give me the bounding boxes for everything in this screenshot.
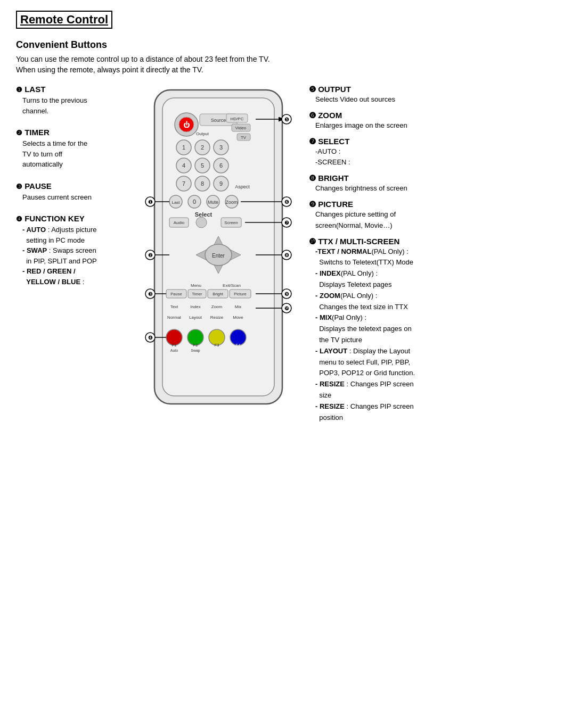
svg-text:Resize: Resize [210,315,224,320]
btn-title-pause: ❸ PAUSE [16,181,128,191]
svg-text:TV: TV [241,135,247,140]
button-item-function: ❹ FUNCTION KEY - AUTO : Adjusts picture … [16,214,128,287]
num-last: ❶ [16,86,22,94]
svg-text:Enter: Enter [212,253,225,259]
right-desc-picture: Changes picture setting ofscreen(Normal,… [315,209,572,231]
svg-text:❹: ❹ [148,335,153,341]
right-title-ttx: ❿ TTX / MULTI-SCREEN [309,237,572,246]
right-desc-zoom: Enlarges image on the screen [315,120,572,131]
right-desc-output: Selects Video out sources [315,94,572,105]
num-pause: ❸ [16,183,22,191]
svg-text:Screen: Screen [224,220,238,225]
svg-point-46 [196,217,207,228]
svg-text:Mute: Mute [208,200,218,205]
svg-text:F1: F1 [172,343,177,348]
svg-text:Swap: Swap [191,349,200,353]
svg-text:Index: Index [190,304,201,309]
intro-line-1: You can use the remote control up to a d… [16,55,572,63]
right-title-zoom: ❻ ZOOM [309,111,572,120]
svg-text:1: 1 [182,144,185,151]
page-title: Remote Control [16,11,112,29]
button-item-last: ❶ LAST Turns to the previouschannel. [16,85,128,116]
svg-text:5: 5 [201,162,204,169]
svg-text:Zoom: Zoom [225,200,238,205]
desc-pause: Pauses current screen [22,192,128,203]
svg-text:F4: F4 [236,343,241,348]
svg-text:7: 7 [182,180,185,187]
svg-text:Menu: Menu [191,283,201,288]
svg-text:Zoom: Zoom [211,304,223,309]
svg-text:Audio: Audio [174,220,185,225]
desc-function: - AUTO : Adjusts picture setting in PC m… [22,225,128,287]
label-timer: TIMER [24,128,50,137]
right-column: ❺ OUTPUT Selects Video out sources ❻ ZOO… [304,85,572,428]
desc-timer: Selects a time for theTV to turn offauto… [22,138,128,170]
btn-title-function: ❹ FUNCTION KEY [16,214,128,223]
svg-text:Mix: Mix [235,304,241,309]
svg-text:Move: Move [233,315,243,320]
svg-text:0: 0 [193,198,196,205]
right-title-select: ❼ SELECT [309,137,572,146]
svg-text:Picture: Picture [234,292,246,296]
remote-image-area: ⏻ Source Output HD/PC Video TV 1 2 [133,85,304,428]
svg-text:❽: ❽ [284,252,289,258]
right-item-select: ❼ SELECT -AUTO : -SCREEN : [309,137,572,169]
right-desc-bright: Changes brightness of screen [315,183,572,194]
svg-text:3: 3 [219,144,223,151]
svg-text:Video: Video [235,126,247,130]
svg-text:8: 8 [201,180,204,187]
svg-text:❾: ❾ [284,291,289,297]
svg-text:❸: ❸ [148,291,153,297]
svg-text:Last: Last [172,200,180,205]
svg-text:Layout: Layout [189,315,202,320]
right-title-bright: ❽ BRIGHT [309,173,572,183]
right-title-output: ❺ OUTPUT [309,85,572,94]
desc-last: Turns to the previouschannel. [22,95,128,116]
svg-text:F3: F3 [215,343,219,348]
right-item-bright: ❽ BRIGHT Changes brightness of screen [309,173,572,194]
svg-text:9: 9 [219,180,223,187]
svg-text:Normal: Normal [167,315,181,320]
right-item-ttx: ❿ TTX / MULTI-SCREEN -TEXT / NORMAL(PAL … [309,237,572,424]
svg-text:2: 2 [201,144,204,151]
intro-line-2: When using the remote, always point it d… [16,65,572,74]
svg-text:4: 4 [182,162,185,169]
right-title-picture: ❾ PICTURE [309,200,572,209]
svg-text:Bright: Bright [213,292,224,296]
svg-text:❿: ❿ [284,305,289,311]
svg-text:❶: ❶ [148,199,153,205]
button-item-pause: ❸ PAUSE Pauses current screen [16,181,128,203]
num-timer: ❷ [16,129,22,137]
svg-text:❷: ❷ [148,252,153,258]
right-desc-ttx: -TEXT / NORMAL(PAL Only) : Switchs to Te… [315,246,572,424]
remote-svg: ⏻ Source Output HD/PC Video TV 1 2 [138,85,298,415]
btn-title-last: ❶ LAST [16,85,128,94]
svg-text:❻: ❻ [284,199,289,205]
svg-text:6: 6 [219,162,223,169]
right-item-picture: ❾ PICTURE Changes picture setting ofscre… [309,200,572,231]
svg-text:Auto: Auto [170,349,178,352]
left-column: ❶ LAST Turns to the previouschannel. ❷ T… [16,85,133,428]
remote-control: ⏻ Source Output HD/PC Video TV 1 2 [138,85,298,417]
button-item-timer: ❷ TIMER Selects a time for theTV to turn… [16,128,128,170]
btn-title-timer: ❷ TIMER [16,128,128,137]
right-desc-select: -AUTO : -SCREEN : [315,146,572,169]
svg-text:❼: ❼ [284,220,289,226]
label-last: LAST [24,85,45,94]
right-item-output: ❺ OUTPUT Selects Video out sources [309,85,572,105]
right-item-zoom: ❻ ZOOM Enlarges image on the screen [309,111,572,131]
svg-text:Exit/Scan: Exit/Scan [223,283,241,288]
svg-text:Aspect: Aspect [235,184,250,189]
label-pause: PAUSE [24,181,52,191]
svg-text:Pause: Pause [170,292,182,296]
svg-text:Output: Output [196,131,209,136]
svg-text:Timer: Timer [192,292,202,296]
svg-text:❺: ❺ [284,117,289,122]
svg-text:F2: F2 [193,343,198,348]
svg-text:Text: Text [170,304,178,309]
svg-text:Source: Source [211,118,226,123]
label-function: FUNCTION KEY [24,214,85,223]
num-function: ❹ [16,215,22,223]
svg-text:⏻: ⏻ [183,121,190,129]
svg-text:Select: Select [195,211,213,218]
